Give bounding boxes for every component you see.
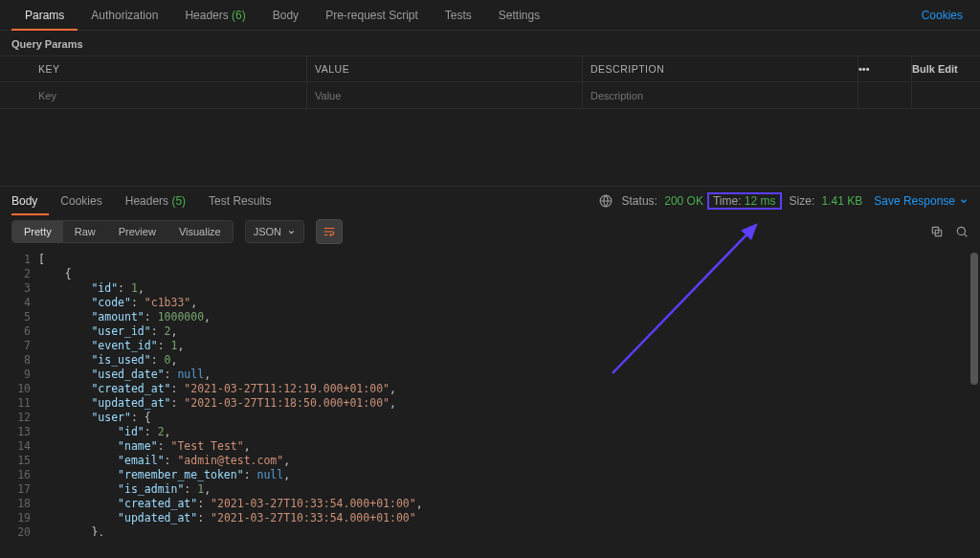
- view-pretty[interactable]: Pretty: [12, 221, 63, 242]
- tab-prerequest[interactable]: Pre-request Script: [312, 0, 432, 31]
- time-value: 12 ms: [745, 194, 776, 208]
- search-button[interactable]: [955, 225, 969, 238]
- col-description: DESCRIPTION: [582, 56, 858, 81]
- tab-params[interactable]: Params: [11, 0, 78, 31]
- size-group: Size: 1.41 KB: [790, 194, 867, 208]
- query-param-row: [0, 82, 980, 109]
- chevron-down-icon: [287, 228, 296, 236]
- response-body: 1234567891011121314151617181920 [ { "id"…: [0, 249, 980, 536]
- cookies-link[interactable]: Cookies: [922, 9, 969, 22]
- status-group: Status: 200 OK: [622, 194, 707, 208]
- tab-headers-label: Headers: [185, 9, 228, 22]
- columns-menu[interactable]: •••: [858, 56, 911, 81]
- time-label: Time:: [713, 194, 742, 208]
- query-params-title: Query Params: [0, 31, 980, 56]
- tab-settings[interactable]: Settings: [485, 0, 553, 31]
- resp-tab-body[interactable]: Body: [11, 187, 49, 215]
- resp-tab-headers[interactable]: Headers (5): [114, 187, 197, 215]
- query-params-header: KEY VALUE DESCRIPTION ••• Bulk Edit: [0, 56, 980, 82]
- svg-line-4: [964, 234, 967, 236]
- scrollbar-thumb[interactable]: [970, 253, 978, 385]
- save-response-button[interactable]: Save Response: [874, 194, 969, 208]
- resp-tab-headers-label: Headers: [125, 194, 168, 208]
- bulk-edit-button[interactable]: Bulk Edit: [911, 56, 980, 81]
- wrap-icon: [323, 225, 336, 238]
- tab-headers[interactable]: Headers (6): [171, 0, 258, 31]
- request-tabs: Params Authorization Headers (6) Body Pr…: [0, 0, 980, 31]
- copy-button[interactable]: [930, 225, 944, 238]
- chevron-down-icon: [959, 196, 969, 206]
- status-label: Status:: [622, 194, 657, 208]
- tab-tests[interactable]: Tests: [432, 0, 485, 31]
- view-preview[interactable]: Preview: [107, 221, 167, 242]
- view-mode-group: Pretty Raw Preview Visualize: [11, 220, 234, 243]
- query-params-table: KEY VALUE DESCRIPTION ••• Bulk Edit: [0, 56, 980, 109]
- tab-headers-count: (6): [232, 9, 246, 22]
- view-raw[interactable]: Raw: [63, 221, 107, 242]
- svg-point-3: [957, 227, 965, 234]
- wrap-lines-button[interactable]: [316, 219, 343, 244]
- size-value: 1.41 KB: [822, 194, 863, 208]
- tab-authorization[interactable]: Authorization: [78, 0, 171, 31]
- resp-tab-testresults[interactable]: Test Results: [197, 187, 282, 215]
- response-bar: Body Cookies Headers (5) Test Results St…: [0, 186, 980, 214]
- col-key: KEY: [31, 63, 306, 75]
- time-highlight: Time: 12 ms: [707, 192, 782, 210]
- search-icon: [955, 225, 969, 238]
- param-desc-input[interactable]: [583, 82, 858, 108]
- format-select[interactable]: JSON: [245, 220, 304, 243]
- param-key-input[interactable]: [31, 82, 306, 108]
- line-gutter: 1234567891011121314151617181920: [0, 249, 38, 536]
- resp-tab-headers-count: (5): [171, 194, 186, 208]
- param-value-input[interactable]: [307, 82, 582, 108]
- size-label: Size:: [790, 194, 815, 208]
- view-visualize[interactable]: Visualize: [167, 221, 233, 242]
- tab-body[interactable]: Body: [259, 0, 312, 31]
- globe-icon[interactable]: [599, 194, 612, 208]
- status-value: 200 OK: [664, 194, 703, 208]
- col-value: VALUE: [306, 56, 582, 81]
- copy-icon: [930, 225, 944, 238]
- code-content[interactable]: [ { "id": 1, "code": "c1b33", "amount": …: [38, 249, 980, 536]
- resp-tab-cookies[interactable]: Cookies: [49, 187, 113, 215]
- response-toolbar: Pretty Raw Preview Visualize JSON: [0, 214, 980, 249]
